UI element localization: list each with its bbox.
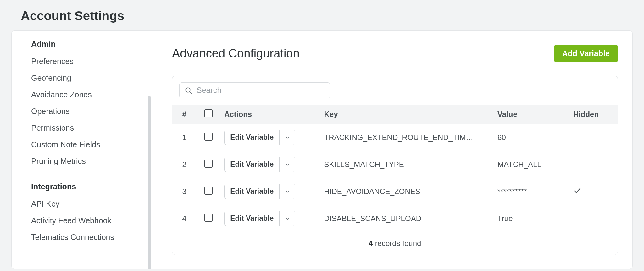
svg-line-1 <box>190 92 192 94</box>
search-input[interactable] <box>197 86 325 95</box>
row-number: 3 <box>172 178 197 205</box>
edit-variable-dropdown[interactable] <box>279 130 295 145</box>
table-row: 2Edit VariableSKILLS_MATCH_TYPEMATCH_ALL <box>172 151 618 178</box>
sidebar-item-geofencing[interactable]: Geofencing <box>31 70 138 86</box>
table-row: 3Edit VariableHIDE_AVOIDANCE_ZONES******… <box>172 178 618 205</box>
sidebar-item-permissions[interactable]: Permissions <box>31 120 138 136</box>
row-checkbox[interactable] <box>204 187 213 195</box>
table-row: 4Edit VariableDISABLE_SCANS_UPLOADTrue <box>172 205 618 232</box>
chevron-down-icon <box>285 162 290 167</box>
config-table: # Actions Key Value Hidden 1Edit Variabl… <box>172 105 618 255</box>
record-count: 4 <box>369 239 373 247</box>
edit-variable-dropdown[interactable] <box>279 157 295 172</box>
sidebar-section-admin: Admin <box>31 40 138 49</box>
table-footer: 4 records found <box>172 232 618 255</box>
sidebar-item-api-key[interactable]: API Key <box>31 196 138 212</box>
row-key: TRACKING_EXTEND_ROUTE_END_TIME_… <box>324 133 475 142</box>
main-panel: Advanced Configuration Add Variable # <box>153 31 632 269</box>
settings-card: Admin Preferences Geofencing Avoidance Z… <box>11 30 633 269</box>
edit-variable-button[interactable]: Edit Variable <box>225 184 279 199</box>
page-title: Account Settings <box>21 9 633 23</box>
col-header-key: Key <box>320 105 494 124</box>
row-checkbox[interactable] <box>204 160 213 168</box>
col-header-hidden: Hidden <box>569 105 618 124</box>
select-all-checkbox[interactable] <box>204 109 213 117</box>
sidebar-item-custom-note-fields[interactable]: Custom Note Fields <box>31 136 138 153</box>
sidebar-item-pruning-metrics[interactable]: Pruning Metrics <box>31 153 138 170</box>
sidebar-item-telematics-connections[interactable]: Telematics Connections <box>31 229 138 246</box>
edit-variable-dropdown[interactable] <box>279 184 295 199</box>
sidebar-item-avoidance-zones[interactable]: Avoidance Zones <box>31 86 138 103</box>
row-value: MATCH_ALL <box>494 151 569 178</box>
chevron-down-icon <box>285 216 290 221</box>
edit-variable-button[interactable]: Edit Variable <box>225 130 279 145</box>
row-value: 60 <box>494 124 569 151</box>
sidebar-scrollbar[interactable] <box>148 96 151 269</box>
col-header-check <box>197 105 221 124</box>
edit-variable-button[interactable]: Edit Variable <box>225 157 279 172</box>
table-row: 1Edit VariableTRACKING_EXTEND_ROUTE_END_… <box>172 124 618 151</box>
search-wrap[interactable] <box>179 82 330 98</box>
edit-variable-button[interactable]: Edit Variable <box>225 211 279 226</box>
col-header-actions: Actions <box>220 105 320 124</box>
row-key: SKILLS_MATCH_TYPE <box>324 160 475 169</box>
row-hidden <box>569 178 618 205</box>
row-key: DISABLE_SCANS_UPLOAD <box>324 214 475 223</box>
record-suffix: records found <box>375 239 421 247</box>
col-header-value: Value <box>494 105 569 124</box>
sidebar-item-preferences[interactable]: Preferences <box>31 53 138 70</box>
row-hidden <box>569 124 618 151</box>
row-hidden <box>569 205 618 232</box>
sidebar-item-operations[interactable]: Operations <box>31 103 138 120</box>
row-checkbox[interactable] <box>204 133 213 141</box>
config-table-panel: # Actions Key Value Hidden 1Edit Variabl… <box>172 76 618 255</box>
sidebar-item-activity-feed-webhook[interactable]: Activity Feed Webhook <box>31 212 138 229</box>
col-header-num: # <box>172 105 197 124</box>
add-variable-button[interactable]: Add Variable <box>554 45 618 62</box>
row-number: 1 <box>172 124 197 151</box>
row-number: 2 <box>172 151 197 178</box>
row-hidden <box>569 151 618 178</box>
row-value: ********** <box>494 178 569 205</box>
chevron-down-icon <box>285 189 290 194</box>
main-title: Advanced Configuration <box>172 47 300 60</box>
sidebar-section-integrations: Integrations <box>31 182 138 191</box>
row-value: True <box>494 205 569 232</box>
sidebar: Admin Preferences Geofencing Avoidance Z… <box>12 31 153 269</box>
row-number: 4 <box>172 205 197 232</box>
row-checkbox[interactable] <box>204 214 213 222</box>
edit-variable-dropdown[interactable] <box>279 211 295 226</box>
check-icon <box>573 187 581 195</box>
chevron-down-icon <box>285 135 290 140</box>
row-key: HIDE_AVOIDANCE_ZONES <box>324 187 475 196</box>
search-icon <box>185 87 192 94</box>
